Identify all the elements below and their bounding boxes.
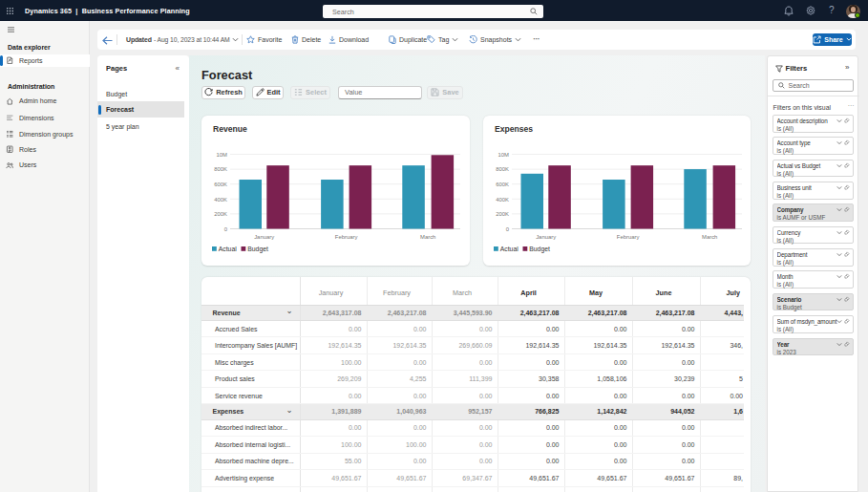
svg-text:800K: 800K [496, 166, 509, 172]
svg-text:600K: 600K [214, 182, 227, 187]
svg-text:Actual: Actual [218, 246, 236, 252]
svg-text:200K: 200K [496, 211, 509, 217]
svg-text:Budget: Budget [529, 246, 550, 253]
svg-text:800K: 800K [214, 166, 227, 172]
svg-text:600K: 600K [496, 182, 509, 187]
svg-text:10M: 10M [216, 152, 227, 158]
svg-text:January: January [536, 234, 556, 240]
svg-text:Revenue: Revenue [213, 124, 247, 134]
svg-text:0: 0 [223, 226, 227, 232]
svg-text:10M: 10M [498, 152, 509, 158]
svg-text:January: January [254, 234, 274, 240]
svg-text:March: March [702, 234, 717, 240]
svg-text:Expenses: Expenses [495, 124, 533, 134]
svg-text:200K: 200K [214, 211, 227, 217]
svg-text:400K: 400K [496, 197, 509, 203]
svg-text:February: February [334, 234, 357, 240]
svg-text:Budget: Budget [247, 246, 268, 253]
svg-text:400K: 400K [214, 197, 227, 203]
svg-text:March: March [420, 234, 435, 240]
svg-text:February: February [616, 234, 639, 240]
svg-text:0: 0 [505, 226, 509, 232]
svg-text:Actual: Actual [499, 246, 518, 252]
